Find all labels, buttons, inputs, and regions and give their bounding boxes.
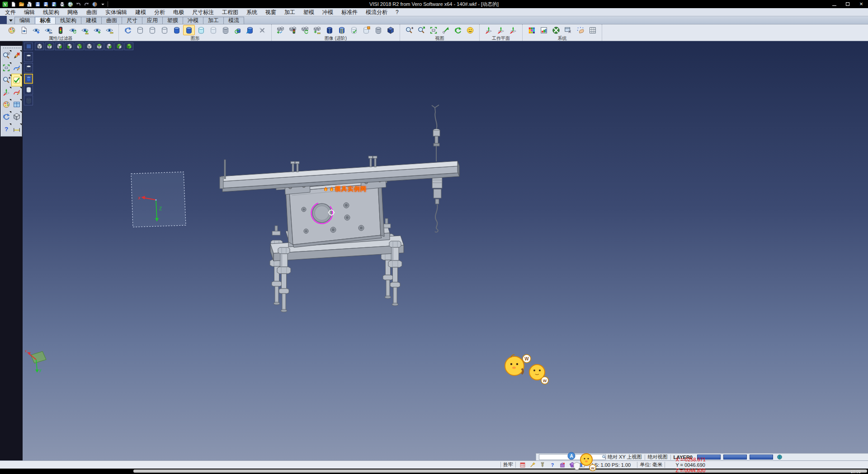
view-mode-label[interactable]: 绝对 XY 上视图 [608, 454, 642, 460]
cylinder-ghost-icon[interactable] [208, 25, 219, 35]
tab-10[interactable]: 模流 [223, 17, 244, 24]
cube-dark-icon[interactable] [385, 25, 396, 35]
cylinder-wire2-icon[interactable] [146, 25, 158, 35]
zoom-all-icon[interactable] [415, 25, 427, 35]
preview-icon[interactable] [67, 1, 74, 8]
units-indicator[interactable]: 单位: 毫米 [640, 461, 662, 468]
cable-assembly-lower[interactable] [432, 175, 442, 232]
disp-cylinder-mesh-icon[interactable] [24, 95, 33, 105]
spline-pen-icon[interactable] [12, 86, 22, 98]
regen-icon[interactable] [1, 111, 11, 123]
minimize-button[interactable] [827, 0, 841, 8]
tab-8[interactable]: 冲模 [183, 17, 203, 24]
window-config-icon[interactable] [562, 25, 574, 35]
zoom-dynamic-icon[interactable]: ± [1, 74, 11, 86]
fit-view-icon[interactable] [1, 62, 11, 74]
cubes-refresh-icon[interactable] [299, 25, 311, 35]
menu-item-12[interactable]: 视窗 [261, 8, 280, 16]
vcube-10-icon[interactable] [124, 43, 133, 50]
redo-icon[interactable] [83, 1, 90, 8]
globe-icon[interactable] [777, 454, 783, 460]
menu-item-7[interactable]: 分析 [150, 8, 169, 16]
save-all-icon[interactable] [51, 1, 57, 8]
menu-item-13[interactable]: 加工 [280, 8, 299, 16]
cylinder-check-icon[interactable] [348, 25, 360, 35]
cylinder-note-icon[interactable] [360, 25, 372, 35]
pan-view-icon[interactable] [440, 25, 452, 35]
erase-icon[interactable] [12, 50, 22, 62]
search-icon[interactable] [602, 455, 607, 460]
maximize-button[interactable] [841, 0, 854, 8]
cubes-add-icon[interactable] [275, 25, 287, 35]
cylinder-mesh2-icon[interactable] [373, 25, 384, 35]
save-as-icon[interactable] [42, 1, 49, 8]
tab-2[interactable]: 线架构 [55, 17, 81, 24]
render-settings-icon[interactable] [538, 25, 550, 35]
disp-cylinder-ghost-icon[interactable] [24, 85, 33, 95]
lock-toggle[interactable]: 拴牢 [503, 461, 513, 468]
save-icon[interactable] [34, 1, 41, 8]
measure-icon[interactable] [12, 123, 22, 135]
vcube-8-icon[interactable] [104, 43, 113, 50]
menu-item-11[interactable]: 系统 [242, 8, 261, 16]
undo-icon[interactable] [75, 1, 82, 8]
menu-item-15[interactable]: 冲模 [318, 8, 337, 16]
eye-plusminus-icon[interactable] [79, 25, 91, 35]
menu-item-1[interactable]: 编辑 [20, 8, 39, 16]
cylinder-dark-icon[interactable] [324, 25, 335, 35]
toolbar-grip[interactable] [3, 47, 21, 49]
visi-logo[interactable]: V [2, 1, 9, 8]
cylinder-recycle-icon[interactable] [232, 25, 244, 35]
confirm-icon[interactable] [12, 74, 22, 86]
stat-help-icon[interactable]: ? [548, 461, 557, 469]
close-button[interactable]: × [854, 0, 868, 8]
cylinder-shaded-active-icon[interactable] [183, 25, 195, 35]
sketch-plane[interactable]: x Z [131, 172, 186, 227]
eye-plus-icon[interactable] [91, 25, 103, 35]
system-config-icon[interactable] [550, 25, 562, 35]
menu-item-3[interactable]: 网格 [63, 8, 82, 16]
menu-item-9[interactable]: 尺寸标注 [188, 8, 218, 16]
vcube-7-icon[interactable] [94, 43, 104, 50]
disp-cylinder-shaded-icon[interactable] [24, 74, 33, 84]
new-file-icon[interactable] [10, 1, 17, 8]
menu-item-17[interactable]: 模流分析 [362, 8, 392, 16]
cubes-plusminus-icon[interactable] [311, 25, 323, 35]
menu-item-16[interactable]: 标准件 [337, 8, 362, 16]
stat-package-icon[interactable] [558, 461, 567, 469]
cable-assembly-upper[interactable] [432, 105, 440, 161]
tab-dropdown-button[interactable] [7, 17, 15, 24]
tab-9[interactable]: 加工 [203, 17, 224, 24]
vcube-9-icon[interactable] [114, 43, 123, 50]
attr-palette-icon[interactable] [6, 25, 18, 35]
open-folder-icon[interactable] [18, 1, 25, 8]
cylinder-wire3-icon[interactable] [159, 25, 170, 35]
sketch-pen-icon[interactable] [12, 62, 22, 74]
qat-dropdown-icon[interactable] [99, 1, 106, 8]
workplane-swap-icon[interactable] [507, 25, 519, 35]
stat-screw-icon[interactable] [538, 461, 547, 469]
color-table-icon[interactable] [526, 25, 538, 35]
ucs-axes-icon[interactable] [1, 86, 11, 98]
eye-add-icon[interactable] [30, 25, 42, 35]
stat-grid-icon[interactable] [518, 461, 527, 469]
menu-item-8[interactable]: 电极 [169, 8, 188, 16]
zoom-prev-icon[interactable]: ± [403, 25, 415, 35]
vcube-4-icon[interactable] [65, 43, 74, 50]
vcube-1-icon[interactable] [35, 43, 44, 50]
menu-item-5[interactable]: 实体编辑 [101, 8, 131, 16]
redraw-icon[interactable] [122, 25, 134, 35]
stat-wand-icon[interactable] [528, 461, 537, 469]
vcube-3-icon[interactable] [55, 43, 64, 50]
menu-item-6[interactable]: 建模 [131, 8, 150, 16]
print-icon[interactable] [59, 1, 66, 8]
vcube-5-icon[interactable] [75, 43, 84, 50]
traffic-filter-icon[interactable] [55, 25, 66, 35]
menu-item-18[interactable]: ? [392, 8, 403, 16]
menu-item-0[interactable]: 文件 [1, 8, 20, 16]
vcube-2-icon[interactable] [45, 43, 54, 50]
disp-cylinder-wire-icon[interactable] [24, 52, 33, 62]
viewport-3d[interactable]: x Z [23, 41, 868, 460]
tab-6[interactable]: 应用 [142, 17, 163, 24]
layer-colors-icon[interactable] [1, 99, 11, 110]
